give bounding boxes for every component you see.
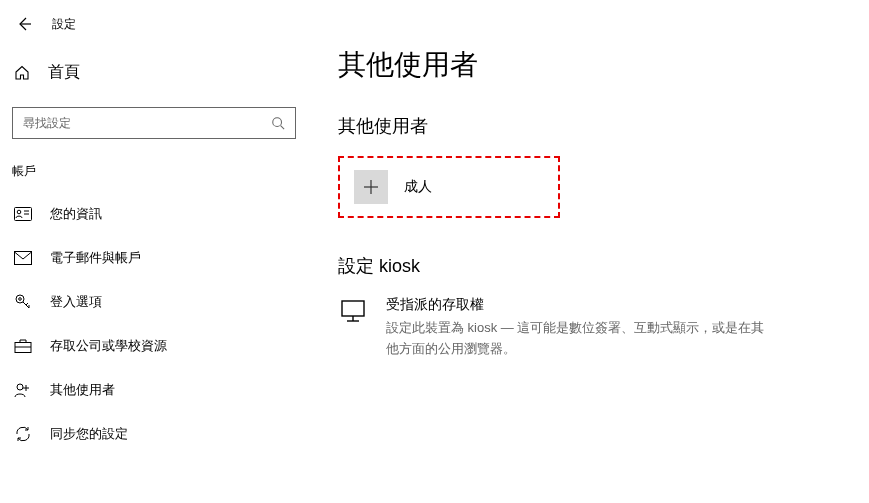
svg-point-12 — [17, 384, 23, 390]
home-button[interactable]: 首頁 — [0, 52, 308, 93]
page-title: 其他使用者 — [338, 46, 829, 84]
key-icon — [14, 293, 32, 311]
search-input[interactable] — [23, 116, 271, 130]
kiosk-assigned-access[interactable]: 受指派的存取權 設定此裝置為 kiosk — 這可能是數位簽署、互動式顯示，或是… — [338, 296, 829, 360]
sidebar: 設定 首頁 帳戶 您的資訊 電子郵件與帳戶 登入選項 存 — [0, 0, 308, 503]
sidebar-item-work-school[interactable]: 存取公司或學校資源 — [0, 324, 308, 368]
main-content: 其他使用者 其他使用者 成人 設定 kiosk 受指派的存取權 設定此裝置為 k… — [308, 0, 869, 503]
svg-point-4 — [17, 210, 21, 214]
header-title: 設定 — [52, 16, 76, 33]
plus-icon — [354, 170, 388, 204]
people-icon — [14, 381, 32, 399]
sidebar-item-email-accounts[interactable]: 電子郵件與帳戶 — [0, 236, 308, 280]
sidebar-item-other-users[interactable]: 其他使用者 — [0, 368, 308, 412]
svg-point-8 — [16, 295, 24, 303]
sidebar-item-label: 同步您的設定 — [50, 425, 128, 443]
home-icon — [14, 65, 30, 81]
sidebar-item-label: 存取公司或學校資源 — [50, 337, 167, 355]
add-user-label: 成人 — [404, 178, 432, 196]
kiosk-heading: 設定 kiosk — [338, 254, 829, 278]
sidebar-section-label: 帳戶 — [0, 139, 308, 192]
sidebar-item-sync-settings[interactable]: 同步您的設定 — [0, 412, 308, 456]
home-label: 首頁 — [48, 62, 80, 83]
kiosk-text: 受指派的存取權 設定此裝置為 kiosk — 這可能是數位簽署、互動式顯示，或是… — [386, 296, 829, 360]
id-card-icon — [14, 205, 32, 223]
add-user-button[interactable]: 成人 — [338, 156, 560, 218]
sidebar-item-your-info[interactable]: 您的資訊 — [0, 192, 308, 236]
kiosk-description: 設定此裝置為 kiosk — 這可能是數位簽署、互動式顯示，或是在其他方面的公用… — [386, 318, 776, 360]
briefcase-icon — [14, 337, 32, 355]
sidebar-item-label: 登入選項 — [50, 293, 102, 311]
mail-icon — [14, 249, 32, 267]
kiosk-title: 受指派的存取權 — [386, 296, 829, 314]
sidebar-item-label: 其他使用者 — [50, 381, 115, 399]
search-icon — [271, 116, 285, 130]
back-button[interactable] — [14, 14, 34, 34]
other-users-heading: 其他使用者 — [338, 114, 829, 138]
svg-rect-15 — [342, 301, 364, 316]
svg-point-9 — [19, 298, 22, 301]
arrow-left-icon — [16, 16, 32, 32]
svg-line-2 — [281, 126, 285, 130]
sidebar-item-label: 電子郵件與帳戶 — [50, 249, 141, 267]
monitor-icon — [338, 296, 368, 360]
search-box[interactable] — [12, 107, 296, 139]
sidebar-item-sign-in-options[interactable]: 登入選項 — [0, 280, 308, 324]
svg-rect-7 — [15, 252, 32, 265]
sync-icon — [14, 425, 32, 443]
header-row: 設定 — [0, 10, 308, 52]
sidebar-item-label: 您的資訊 — [50, 205, 102, 223]
svg-point-1 — [273, 118, 282, 127]
